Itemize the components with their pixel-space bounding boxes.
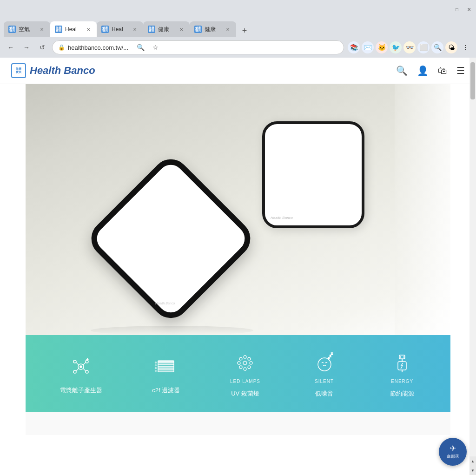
ion-generator-icon: + bbox=[67, 353, 95, 381]
tabs-bar: 健康寶貝 空氣 ✕ 健康寶貝 Heal ✕ 健康寶貝 Heal ✕ 健康寶貝 健… bbox=[0, 19, 476, 37]
feature-uv-lamp: LED LAMPS UV 殺菌燈 bbox=[230, 349, 260, 398]
scroll-up-arrow[interactable]: ▲ bbox=[469, 456, 476, 466]
tab-favicon-5: 健康寶貝 bbox=[194, 26, 202, 33]
feature-ion-generator: + 電漿離子產生器 bbox=[60, 353, 102, 395]
svg-point-20 bbox=[155, 367, 157, 369]
feature-label-1: 電漿離子產生器 bbox=[60, 386, 102, 395]
svg-rect-11 bbox=[158, 361, 174, 363]
tab-close-1[interactable]: ✕ bbox=[38, 26, 46, 33]
svg-point-31 bbox=[318, 358, 331, 371]
close-button[interactable]: ✕ bbox=[466, 6, 472, 13]
address-action-icons: 🔍 ☆ bbox=[135, 42, 161, 53]
tab-title-3: Heal bbox=[112, 26, 128, 33]
page-bottom-hint bbox=[26, 412, 450, 435]
tab-close-2[interactable]: ✕ bbox=[85, 26, 92, 33]
browser-tab-1[interactable]: 健康寶貝 空氣 ✕ bbox=[4, 21, 50, 37]
svg-rect-15 bbox=[158, 371, 174, 372]
svg-point-2 bbox=[73, 360, 76, 363]
tab-close-3[interactable]: ✕ bbox=[131, 26, 139, 33]
site-header-icons: 🔍 👤 🛍 ☰ bbox=[396, 65, 465, 76]
svg-text:+: + bbox=[86, 358, 88, 361]
tab-title-1: 空氣 bbox=[19, 26, 35, 33]
back-button[interactable]: ← bbox=[5, 41, 17, 53]
logo-text: Health Banco bbox=[30, 65, 95, 77]
account-icon[interactable]: 👤 bbox=[417, 65, 429, 76]
svg-line-6 bbox=[76, 363, 79, 365]
logo-badge-line1: 健康 bbox=[16, 67, 21, 71]
feature-sublabel-5: ENERGY bbox=[391, 379, 413, 384]
svg-rect-12 bbox=[158, 364, 174, 365]
search-lens-icon[interactable]: 🔍 bbox=[135, 42, 146, 53]
svg-rect-14 bbox=[158, 369, 174, 369]
window-controls: — □ ✕ bbox=[442, 6, 472, 13]
svg-point-29 bbox=[250, 362, 252, 364]
feature-label-4: 低噪音 bbox=[315, 389, 333, 398]
extension-icon-6[interactable]: ⬜ bbox=[417, 41, 430, 53]
tab-close-4[interactable]: ✕ bbox=[178, 26, 185, 33]
feature-label-2: c2f 過濾器 bbox=[152, 386, 180, 395]
bookmark-icon[interactable]: ☆ bbox=[150, 42, 161, 53]
svg-text:z: z bbox=[331, 351, 333, 356]
device-back: Health Banco bbox=[262, 121, 364, 228]
logo-badge-line2: 寶貝 bbox=[16, 71, 21, 74]
svg-rect-13 bbox=[158, 366, 174, 367]
scroll-down-arrow[interactable]: ▼ bbox=[469, 466, 476, 475]
svg-point-24 bbox=[244, 356, 246, 358]
scrollbar-thumb[interactable] bbox=[470, 62, 475, 99]
tab-favicon-1: 健康寶貝 bbox=[8, 26, 16, 33]
svg-point-1 bbox=[80, 366, 82, 368]
tab-title-2: Heal bbox=[65, 26, 82, 33]
browser-tab-2[interactable]: 健康寶貝 Heal ✕ bbox=[50, 21, 97, 37]
extension-icon-7[interactable]: 🔍 bbox=[431, 41, 443, 53]
svg-point-25 bbox=[239, 366, 242, 369]
browser-tab-3[interactable]: 健康寶貝 Heal ✕ bbox=[97, 21, 143, 37]
svg-line-8 bbox=[76, 369, 79, 371]
svg-point-21 bbox=[155, 370, 157, 371]
menu-icon[interactable]: ☰ bbox=[456, 65, 465, 76]
scrollbar[interactable]: ▲ ▼ bbox=[469, 58, 476, 475]
svg-point-27 bbox=[244, 368, 246, 370]
cart-icon[interactable]: 🛍 bbox=[438, 66, 447, 76]
product-image: Health Banco Health Banco bbox=[26, 84, 450, 335]
filter-icon bbox=[152, 353, 180, 381]
feature-sublabel-3: LED LAMPS bbox=[230, 379, 260, 384]
svg-line-9 bbox=[83, 369, 86, 371]
browser-tab-5[interactable]: 健康寶貝 健康 ✕ bbox=[190, 21, 236, 37]
svg-point-18 bbox=[155, 362, 157, 363]
feature-label-3: UV 殺菌燈 bbox=[231, 389, 259, 398]
features-banner: + 電漿離子產生器 bbox=[26, 335, 450, 412]
extension-icon-4[interactable]: 🐦 bbox=[390, 41, 402, 53]
scroll-arrows: ▲ ▼ bbox=[469, 456, 476, 475]
browser-tab-4[interactable]: 健康寶貝 健康 ✕ bbox=[143, 21, 190, 37]
address-input[interactable]: 🔒 healthbanco.com.tw/... 🔍 ☆ bbox=[52, 40, 344, 54]
svg-point-4 bbox=[73, 370, 76, 373]
product-image-area: Health Banco Health Banco bbox=[26, 84, 450, 335]
extension-icon-2[interactable]: ✉️ bbox=[362, 41, 374, 53]
more-options-button[interactable]: ⋮ bbox=[459, 41, 471, 53]
floating-widget-label: 鑫部落 bbox=[447, 454, 459, 460]
extension-icon-3[interactable]: 🐱 bbox=[376, 41, 388, 53]
refresh-button[interactable]: ↺ bbox=[36, 41, 48, 53]
feature-silent: z z z SILENT 低噪音 bbox=[311, 349, 338, 398]
floating-widget[interactable]: ✈ 鑫部落 bbox=[439, 438, 467, 466]
svg-point-19 bbox=[155, 364, 157, 366]
svg-point-28 bbox=[238, 362, 240, 364]
extension-icon-8[interactable]: 🌤 bbox=[445, 41, 457, 53]
tab-favicon-2: 健康寶貝 bbox=[55, 26, 62, 33]
feature-filter: c2f 過濾器 bbox=[152, 353, 180, 395]
feature-label-5: 節約能源 bbox=[390, 389, 414, 398]
feature-energy: ENERGY 節約能源 bbox=[388, 349, 416, 398]
forward-button[interactable]: → bbox=[20, 41, 33, 53]
svg-point-5 bbox=[86, 370, 88, 373]
maximize-button[interactable]: □ bbox=[454, 6, 460, 13]
new-tab-button[interactable]: + bbox=[238, 24, 251, 37]
svg-point-26 bbox=[248, 366, 251, 369]
minimize-button[interactable]: — bbox=[442, 6, 448, 13]
site-logo[interactable]: 健康 寶貝 Health Banco bbox=[11, 63, 95, 78]
page-content: 健康 寶貝 Health Banco 🔍 👤 🛍 ☰ Health Banco bbox=[0, 58, 476, 475]
extension-icon-1[interactable]: 📚 bbox=[348, 41, 360, 53]
tab-close-5[interactable]: ✕ bbox=[224, 26, 231, 33]
extension-icon-5[interactable]: 👓 bbox=[403, 41, 416, 53]
search-icon[interactable]: 🔍 bbox=[396, 65, 408, 76]
address-text: healthbanco.com.tw/... bbox=[68, 44, 128, 51]
